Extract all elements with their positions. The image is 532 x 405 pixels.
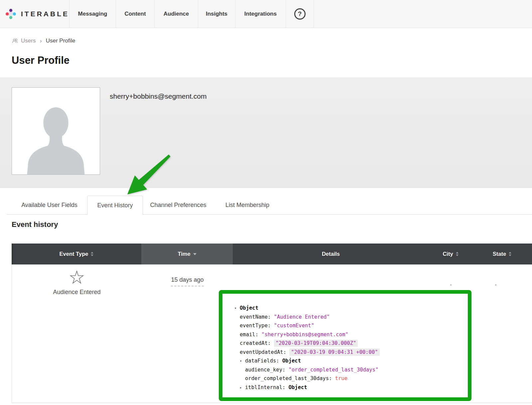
caret-right-icon[interactable]: ▸: [240, 383, 245, 392]
event-type-cell[interactable]: Audience Entered: [12, 270, 142, 296]
nav-item-integrations[interactable]: Integrations: [235, 0, 286, 28]
json-key: order_completed_last_30days:: [245, 375, 332, 381]
col-header-state[interactable]: State: [472, 244, 532, 264]
json-key: itblInternal:: [245, 384, 285, 390]
json-line: eventType: "customEvent": [234, 321, 465, 330]
col-label: Time: [178, 251, 190, 257]
nav-item-messaging[interactable]: Messaging: [69, 0, 116, 28]
json-key: eventName:: [240, 314, 271, 320]
json-line: order_completed_last_30days: true: [234, 374, 465, 383]
brand-name: ITERABLE: [21, 10, 69, 18]
nav-filler: [314, 0, 532, 28]
iterable-logo-icon: [5, 6, 16, 22]
col-label: Event Type: [60, 251, 88, 257]
event-details-json: ▾ObjecteventName: "Audience Entered"even…: [219, 290, 471, 401]
caret-down-icon[interactable]: ▾: [240, 356, 245, 365]
json-key: email:: [240, 332, 258, 338]
event-history-table: Event Type Time Details City State Audie…: [12, 244, 532, 403]
breadcrumb-users-label: Users: [21, 38, 36, 44]
users-icon: [12, 38, 19, 44]
tab-channel-preferences[interactable]: Channel Preferences: [143, 196, 213, 214]
sort-desc-icon: [193, 253, 197, 255]
help-button[interactable]: ?: [286, 0, 314, 28]
json-value: "order_completed_last_30days": [289, 367, 379, 373]
nav-item-audience[interactable]: Audience: [154, 0, 198, 28]
avatar: [12, 87, 100, 175]
sort-arrows-icon: [509, 252, 511, 256]
chevron-right-icon: ›: [40, 37, 42, 45]
json-key: dataFields:: [245, 358, 279, 364]
json-object-label: Object: [240, 305, 258, 311]
breadcrumb: Users › User Profile: [12, 37, 532, 45]
json-line: ▾dataFields: Object: [234, 356, 465, 365]
json-object-label: Object: [282, 358, 301, 364]
section-heading: Event history: [12, 220, 532, 229]
json-line: eventName: "Audience Entered": [234, 313, 465, 322]
brand-logo[interactable]: ITERABLE: [0, 0, 69, 28]
event-type-label: Audience Entered: [53, 289, 100, 296]
json-line: ▾Object: [234, 304, 465, 313]
col-header-time[interactable]: Time: [141, 244, 233, 264]
question-mark-icon: ?: [294, 8, 306, 20]
person-silhouette-icon: [15, 101, 96, 174]
tab-list-membership[interactable]: List Membership: [213, 196, 281, 214]
caret-down-icon[interactable]: ▾: [234, 304, 240, 313]
json-object-label: Object: [289, 384, 307, 390]
json-value: "2020-03-19T09:04:30.000Z": [274, 340, 358, 347]
tab-event-history[interactable]: Event History: [87, 196, 143, 215]
star-icon: [70, 270, 84, 284]
table-row: Audience Entered 15 days ago - - ▾Object…: [12, 264, 532, 403]
json-key: audience_key:: [245, 367, 285, 373]
json-value: "2020-03-19 09:04:31 +00:00": [289, 349, 379, 356]
sort-arrows-icon: [456, 252, 459, 256]
col-label: State: [493, 251, 506, 257]
relative-time[interactable]: 15 days ago: [171, 276, 203, 286]
json-value: true: [335, 375, 347, 381]
tab-bar: Available User Fields Event History Chan…: [7, 196, 532, 215]
col-label: City: [443, 251, 453, 257]
sort-arrows-icon: [91, 252, 93, 256]
profile-header: sherry+bobbins@segment.com: [0, 77, 532, 188]
profile-email: sherry+bobbins@segment.com: [110, 92, 207, 100]
col-label: Details: [322, 251, 340, 257]
json-value: "sherry+bobbins@segment.com": [261, 332, 348, 338]
json-line: email: "sherry+bobbins@segment.com": [234, 330, 465, 339]
json-key: eventUpdatedAt:: [240, 349, 286, 355]
col-header-event-type[interactable]: Event Type: [12, 244, 141, 264]
time-cell: 15 days ago: [142, 276, 233, 286]
json-line: eventUpdatedAt: "2020-03-19 09:04:31 +00…: [234, 348, 465, 357]
col-header-details[interactable]: Details: [233, 244, 429, 264]
breadcrumb-users-link[interactable]: Users: [12, 38, 36, 44]
page-title: User Profile: [12, 54, 532, 66]
nav-item-content[interactable]: Content: [116, 0, 154, 28]
nav-item-insights[interactable]: Insights: [198, 0, 235, 28]
breadcrumb-current: User Profile: [46, 38, 75, 44]
json-tree: ▾ObjecteventName: "Audience Entered"even…: [234, 304, 465, 392]
state-cell: -: [472, 282, 519, 288]
top-nav: ITERABLE Messaging Content Audience Insi…: [0, 0, 532, 28]
json-value: "customEvent": [274, 323, 314, 329]
city-cell: -: [429, 282, 472, 288]
json-value: "Audience Entered": [274, 314, 330, 320]
col-header-city[interactable]: City: [429, 244, 472, 264]
table-header: Event Type Time Details City State: [12, 244, 532, 264]
json-key: createdAt:: [240, 340, 271, 346]
json-key: eventType:: [240, 323, 271, 329]
json-line: ▸itblInternal: Object: [234, 383, 465, 392]
json-line: createdAt: "2020-03-19T09:04:30.000Z": [234, 339, 465, 348]
tab-available-user-fields[interactable]: Available User Fields: [12, 196, 87, 214]
json-line: audience_key: "order_completed_last_30da…: [234, 365, 465, 374]
